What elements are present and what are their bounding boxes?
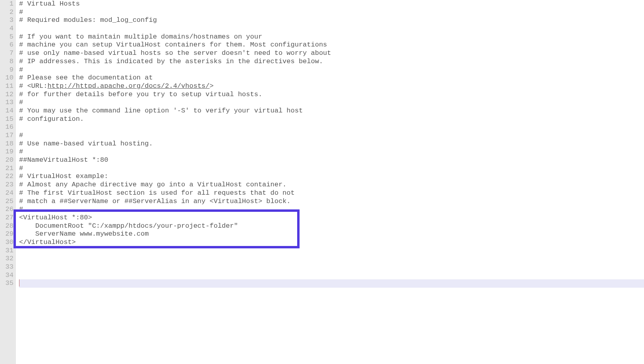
code-text: # machine you can setup VirtualHost cont… bbox=[19, 41, 327, 48]
line-number: 34 bbox=[3, 271, 14, 280]
line-number: 9 bbox=[3, 66, 14, 74]
line-number: 19 bbox=[3, 148, 14, 156]
line-number: 27 bbox=[3, 214, 14, 222]
code-line[interactable]: # Virtual Hosts bbox=[19, 0, 644, 8]
code-text: # You may use the command line option '-… bbox=[19, 107, 303, 114]
caret bbox=[19, 279, 19, 287]
code-text: # Almost any Apache directive may go int… bbox=[19, 181, 286, 188]
code-text: # configuration. bbox=[19, 115, 84, 123]
code-text: # bbox=[19, 132, 23, 139]
line-number-gutter: 1234567891011121314151617181920212223242… bbox=[0, 0, 16, 364]
code-text: </VirtualHost> bbox=[19, 238, 76, 246]
line-number: 16 bbox=[3, 123, 14, 132]
line-number: 35 bbox=[3, 279, 14, 288]
code-text: # If you want to maintain multiple domai… bbox=[19, 33, 262, 41]
line-number: 12 bbox=[3, 91, 14, 99]
line-number: 22 bbox=[3, 172, 14, 181]
line-number: 11 bbox=[3, 82, 14, 91]
code-line[interactable]: # bbox=[19, 165, 644, 173]
code-line[interactable]: # If you want to maintain multiple domai… bbox=[19, 33, 644, 41]
code-line[interactable]: # <URL:http://httpd.apache.org/docs/2.4/… bbox=[19, 82, 644, 91]
code-text: > bbox=[210, 82, 214, 90]
line-number: 10 bbox=[3, 74, 14, 82]
line-number: 2 bbox=[3, 8, 14, 17]
line-number: 21 bbox=[3, 165, 14, 173]
code-text: # bbox=[19, 165, 23, 172]
code-line[interactable]: DocumentRoot "C:/xampp/htdocs/your-proje… bbox=[19, 222, 644, 230]
code-line[interactable] bbox=[19, 247, 644, 255]
code-text: # bbox=[19, 8, 23, 16]
code-line[interactable]: ServerName www.mywebsite.com bbox=[19, 230, 644, 238]
code-line[interactable]: # for further details before you try to … bbox=[19, 91, 644, 99]
line-number: 25 bbox=[3, 197, 14, 206]
code-text: # bbox=[19, 148, 23, 155]
code-text: # <URL: bbox=[19, 82, 47, 90]
code-text: DocumentRoot "C:/xampp/htdocs/your-proje… bbox=[19, 222, 238, 230]
code-line[interactable]: # bbox=[19, 8, 644, 17]
line-number: 24 bbox=[3, 189, 14, 197]
code-text: # for further details before you try to … bbox=[19, 91, 262, 98]
code-line[interactable]: # You may use the command line option '-… bbox=[19, 107, 644, 115]
line-number: 5 bbox=[3, 33, 14, 41]
line-number: 13 bbox=[3, 99, 14, 107]
line-number: 17 bbox=[3, 132, 14, 140]
line-number: 18 bbox=[3, 140, 14, 148]
code-line[interactable]: # bbox=[19, 205, 644, 214]
code-line[interactable] bbox=[19, 271, 644, 280]
code-text: # bbox=[19, 205, 23, 213]
code-area[interactable]: # Virtual Hosts## Required modules: mod_… bbox=[16, 0, 644, 364]
code-line[interactable]: # Use name-based virtual hosting. bbox=[19, 140, 644, 148]
code-text: # Use name-based virtual hosting. bbox=[19, 140, 153, 147]
code-line[interactable]: <VirtualHost *:80> bbox=[19, 214, 644, 222]
code-line[interactable]: # Required modules: mod_log_config bbox=[19, 16, 644, 25]
code-line[interactable] bbox=[19, 123, 644, 132]
code-line[interactable]: # use only name-based virtual hosts so t… bbox=[19, 49, 644, 58]
code-line[interactable]: # match a ##ServerName or ##ServerAlias … bbox=[19, 197, 644, 206]
line-number: 3 bbox=[3, 16, 14, 25]
line-number: 31 bbox=[3, 247, 14, 255]
code-line[interactable]: # bbox=[19, 66, 644, 74]
line-number: 7 bbox=[3, 49, 14, 58]
code-text: ##NameVirtualHost *:80 bbox=[19, 156, 108, 164]
code-text: # Required modules: mod_log_config bbox=[19, 16, 157, 24]
line-number: 26 bbox=[3, 205, 14, 214]
line-number: 33 bbox=[3, 263, 14, 271]
line-number: 14 bbox=[3, 107, 14, 115]
code-line[interactable]: # configuration. bbox=[19, 115, 644, 124]
url-link[interactable]: http://httpd.apache.org/docs/2.4/vhosts/ bbox=[47, 82, 209, 90]
code-line[interactable]: # bbox=[19, 132, 644, 140]
code-line[interactable]: ##NameVirtualHost *:80 bbox=[19, 156, 644, 165]
code-line[interactable] bbox=[19, 25, 644, 33]
code-line[interactable]: # Please see the documentation at bbox=[19, 74, 644, 82]
code-text: # bbox=[19, 99, 23, 106]
code-line[interactable]: # bbox=[19, 148, 644, 156]
line-number: 4 bbox=[3, 25, 14, 33]
code-line[interactable]: # bbox=[19, 99, 644, 107]
code-text: # VirtualHost example: bbox=[19, 172, 108, 180]
code-line[interactable] bbox=[19, 255, 644, 263]
line-number: 28 bbox=[3, 222, 14, 230]
line-number: 29 bbox=[3, 230, 14, 238]
code-line[interactable]: # IP addresses. This is indicated by the… bbox=[19, 58, 644, 66]
code-line[interactable]: # machine you can setup VirtualHost cont… bbox=[19, 41, 644, 49]
code-line[interactable]: # The first VirtualHost section is used … bbox=[19, 189, 644, 197]
line-number: 1 bbox=[3, 0, 14, 8]
code-text: ServerName www.mywebsite.com bbox=[19, 230, 149, 238]
line-number: 23 bbox=[3, 181, 14, 189]
line-number: 20 bbox=[3, 156, 14, 165]
line-number: 32 bbox=[3, 255, 14, 263]
code-line[interactable]: # Almost any Apache directive may go int… bbox=[19, 181, 644, 189]
code-line[interactable]: </VirtualHost> bbox=[19, 238, 644, 247]
code-line[interactable] bbox=[19, 263, 644, 271]
line-number: 30 bbox=[3, 238, 14, 247]
code-line[interactable]: # VirtualHost example: bbox=[19, 172, 644, 181]
code-line[interactable] bbox=[19, 279, 644, 288]
code-text: # Virtual Hosts bbox=[19, 0, 80, 8]
code-text: # bbox=[19, 66, 23, 74]
code-editor: 1234567891011121314151617181920212223242… bbox=[0, 0, 644, 364]
code-text: # IP addresses. This is indicated by the… bbox=[19, 58, 323, 65]
code-text: <VirtualHost *:80> bbox=[19, 214, 92, 221]
code-text: # use only name-based virtual hosts so t… bbox=[19, 49, 331, 57]
line-number: 6 bbox=[3, 41, 14, 49]
code-text: # The first VirtualHost section is used … bbox=[19, 189, 295, 197]
